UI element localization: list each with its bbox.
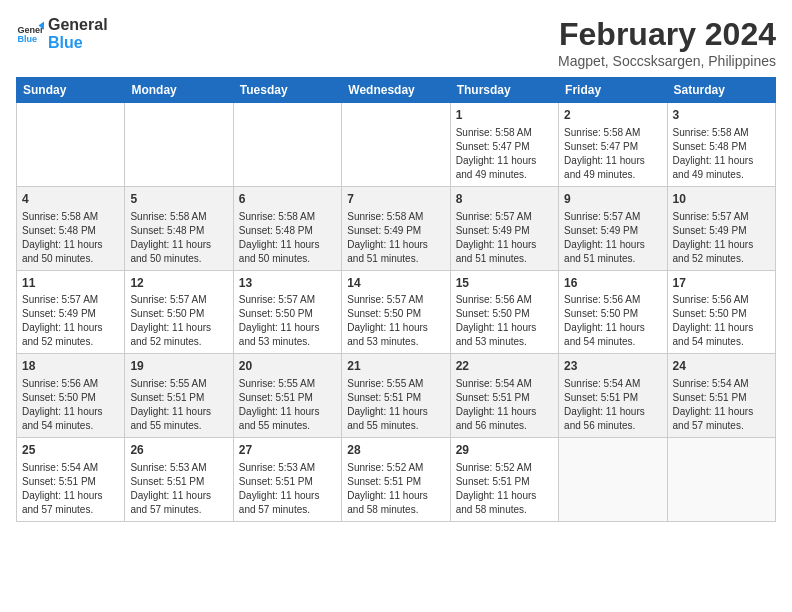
calendar-cell: 25Sunrise: 5:54 AM Sunset: 5:51 PM Dayli… (17, 438, 125, 522)
day-number: 1 (456, 107, 553, 124)
svg-text:Blue: Blue (17, 34, 37, 44)
day-number: 11 (22, 275, 119, 292)
logo: General Blue General Blue (16, 16, 108, 51)
calendar-cell: 23Sunrise: 5:54 AM Sunset: 5:51 PM Dayli… (559, 354, 667, 438)
day-number: 14 (347, 275, 444, 292)
day-info: Sunrise: 5:57 AM Sunset: 5:49 PM Dayligh… (673, 210, 770, 266)
day-number: 28 (347, 442, 444, 459)
calendar-cell: 8Sunrise: 5:57 AM Sunset: 5:49 PM Daylig… (450, 186, 558, 270)
week-row-1: 1Sunrise: 5:58 AM Sunset: 5:47 PM Daylig… (17, 103, 776, 187)
calendar-cell: 26Sunrise: 5:53 AM Sunset: 5:51 PM Dayli… (125, 438, 233, 522)
day-info: Sunrise: 5:55 AM Sunset: 5:51 PM Dayligh… (130, 377, 227, 433)
calendar-subtitle: Magpet, Soccsksargen, Philippines (558, 53, 776, 69)
day-number: 22 (456, 358, 553, 375)
calendar-cell: 7Sunrise: 5:58 AM Sunset: 5:49 PM Daylig… (342, 186, 450, 270)
calendar-cell (233, 103, 341, 187)
day-info: Sunrise: 5:58 AM Sunset: 5:48 PM Dayligh… (673, 126, 770, 182)
calendar-cell: 10Sunrise: 5:57 AM Sunset: 5:49 PM Dayli… (667, 186, 775, 270)
calendar-cell: 24Sunrise: 5:54 AM Sunset: 5:51 PM Dayli… (667, 354, 775, 438)
logo-line1: General (48, 16, 108, 34)
day-info: Sunrise: 5:56 AM Sunset: 5:50 PM Dayligh… (564, 293, 661, 349)
calendar-title: February 2024 (558, 16, 776, 53)
week-row-5: 25Sunrise: 5:54 AM Sunset: 5:51 PM Dayli… (17, 438, 776, 522)
calendar-cell (125, 103, 233, 187)
day-info: Sunrise: 5:54 AM Sunset: 5:51 PM Dayligh… (673, 377, 770, 433)
day-info: Sunrise: 5:57 AM Sunset: 5:50 PM Dayligh… (239, 293, 336, 349)
calendar-cell: 19Sunrise: 5:55 AM Sunset: 5:51 PM Dayli… (125, 354, 233, 438)
logo-icon: General Blue (16, 20, 44, 48)
calendar-cell: 28Sunrise: 5:52 AM Sunset: 5:51 PM Dayli… (342, 438, 450, 522)
day-info: Sunrise: 5:57 AM Sunset: 5:49 PM Dayligh… (22, 293, 119, 349)
calendar-cell: 9Sunrise: 5:57 AM Sunset: 5:49 PM Daylig… (559, 186, 667, 270)
day-info: Sunrise: 5:56 AM Sunset: 5:50 PM Dayligh… (673, 293, 770, 349)
calendar-cell: 6Sunrise: 5:58 AM Sunset: 5:48 PM Daylig… (233, 186, 341, 270)
day-number: 18 (22, 358, 119, 375)
day-info: Sunrise: 5:57 AM Sunset: 5:50 PM Dayligh… (347, 293, 444, 349)
day-info: Sunrise: 5:58 AM Sunset: 5:49 PM Dayligh… (347, 210, 444, 266)
calendar-cell (17, 103, 125, 187)
calendar-cell: 15Sunrise: 5:56 AM Sunset: 5:50 PM Dayli… (450, 270, 558, 354)
day-number: 20 (239, 358, 336, 375)
calendar-cell: 14Sunrise: 5:57 AM Sunset: 5:50 PM Dayli… (342, 270, 450, 354)
calendar-cell: 4Sunrise: 5:58 AM Sunset: 5:48 PM Daylig… (17, 186, 125, 270)
day-number: 26 (130, 442, 227, 459)
day-number: 3 (673, 107, 770, 124)
day-number: 21 (347, 358, 444, 375)
day-number: 17 (673, 275, 770, 292)
day-info: Sunrise: 5:53 AM Sunset: 5:51 PM Dayligh… (239, 461, 336, 517)
day-info: Sunrise: 5:58 AM Sunset: 5:47 PM Dayligh… (564, 126, 661, 182)
day-number: 6 (239, 191, 336, 208)
calendar-cell: 11Sunrise: 5:57 AM Sunset: 5:49 PM Dayli… (17, 270, 125, 354)
day-number: 2 (564, 107, 661, 124)
day-number: 5 (130, 191, 227, 208)
day-number: 4 (22, 191, 119, 208)
calendar-cell: 18Sunrise: 5:56 AM Sunset: 5:50 PM Dayli… (17, 354, 125, 438)
day-number: 7 (347, 191, 444, 208)
weekday-header-thursday: Thursday (450, 78, 558, 103)
weekday-header-saturday: Saturday (667, 78, 775, 103)
day-info: Sunrise: 5:55 AM Sunset: 5:51 PM Dayligh… (347, 377, 444, 433)
day-number: 19 (130, 358, 227, 375)
day-info: Sunrise: 5:54 AM Sunset: 5:51 PM Dayligh… (456, 377, 553, 433)
day-info: Sunrise: 5:57 AM Sunset: 5:49 PM Dayligh… (564, 210, 661, 266)
day-info: Sunrise: 5:56 AM Sunset: 5:50 PM Dayligh… (22, 377, 119, 433)
calendar-cell: 2Sunrise: 5:58 AM Sunset: 5:47 PM Daylig… (559, 103, 667, 187)
logo-line2: Blue (48, 34, 108, 52)
calendar-cell (559, 438, 667, 522)
title-section: February 2024 Magpet, Soccsksargen, Phil… (558, 16, 776, 69)
day-number: 15 (456, 275, 553, 292)
calendar-cell: 3Sunrise: 5:58 AM Sunset: 5:48 PM Daylig… (667, 103, 775, 187)
day-number: 23 (564, 358, 661, 375)
calendar-cell: 16Sunrise: 5:56 AM Sunset: 5:50 PM Dayli… (559, 270, 667, 354)
calendar-cell (667, 438, 775, 522)
calendar-cell: 20Sunrise: 5:55 AM Sunset: 5:51 PM Dayli… (233, 354, 341, 438)
calendar-cell: 27Sunrise: 5:53 AM Sunset: 5:51 PM Dayli… (233, 438, 341, 522)
calendar-cell: 29Sunrise: 5:52 AM Sunset: 5:51 PM Dayli… (450, 438, 558, 522)
calendar-cell: 21Sunrise: 5:55 AM Sunset: 5:51 PM Dayli… (342, 354, 450, 438)
day-info: Sunrise: 5:53 AM Sunset: 5:51 PM Dayligh… (130, 461, 227, 517)
day-info: Sunrise: 5:52 AM Sunset: 5:51 PM Dayligh… (347, 461, 444, 517)
calendar-cell: 5Sunrise: 5:58 AM Sunset: 5:48 PM Daylig… (125, 186, 233, 270)
weekday-header-sunday: Sunday (17, 78, 125, 103)
day-info: Sunrise: 5:57 AM Sunset: 5:49 PM Dayligh… (456, 210, 553, 266)
day-info: Sunrise: 5:52 AM Sunset: 5:51 PM Dayligh… (456, 461, 553, 517)
day-number: 12 (130, 275, 227, 292)
day-info: Sunrise: 5:58 AM Sunset: 5:48 PM Dayligh… (130, 210, 227, 266)
day-number: 10 (673, 191, 770, 208)
day-number: 27 (239, 442, 336, 459)
day-number: 25 (22, 442, 119, 459)
week-row-3: 11Sunrise: 5:57 AM Sunset: 5:49 PM Dayli… (17, 270, 776, 354)
calendar-cell: 17Sunrise: 5:56 AM Sunset: 5:50 PM Dayli… (667, 270, 775, 354)
day-info: Sunrise: 5:58 AM Sunset: 5:48 PM Dayligh… (22, 210, 119, 266)
week-row-2: 4Sunrise: 5:58 AM Sunset: 5:48 PM Daylig… (17, 186, 776, 270)
weekday-header-wednesday: Wednesday (342, 78, 450, 103)
day-number: 8 (456, 191, 553, 208)
weekday-header-tuesday: Tuesday (233, 78, 341, 103)
calendar-table: SundayMondayTuesdayWednesdayThursdayFrid… (16, 77, 776, 522)
week-row-4: 18Sunrise: 5:56 AM Sunset: 5:50 PM Dayli… (17, 354, 776, 438)
calendar-cell: 1Sunrise: 5:58 AM Sunset: 5:47 PM Daylig… (450, 103, 558, 187)
day-info: Sunrise: 5:58 AM Sunset: 5:47 PM Dayligh… (456, 126, 553, 182)
day-number: 24 (673, 358, 770, 375)
day-number: 9 (564, 191, 661, 208)
day-info: Sunrise: 5:56 AM Sunset: 5:50 PM Dayligh… (456, 293, 553, 349)
